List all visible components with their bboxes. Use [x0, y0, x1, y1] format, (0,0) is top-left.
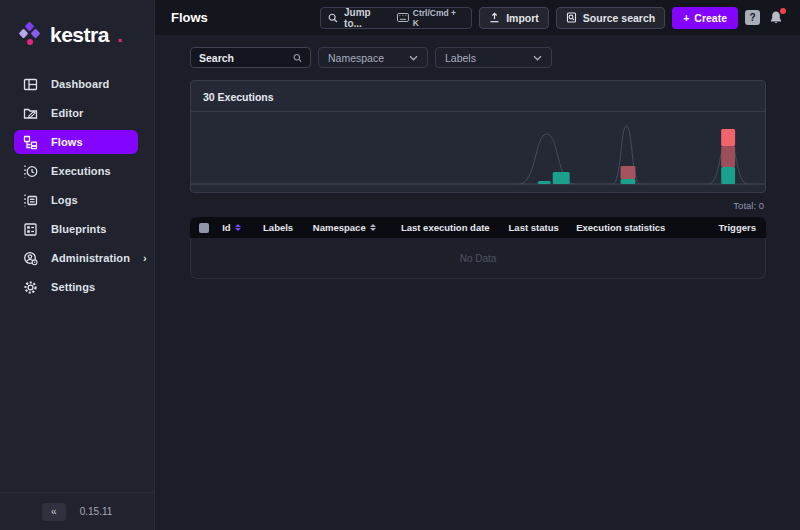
column-label: Labels [263, 222, 293, 233]
logs-icon [23, 193, 38, 208]
namespace-dropdown-label: Namespace [328, 52, 384, 64]
column-label: Id [222, 222, 230, 233]
page-title: Flows [171, 10, 208, 25]
column-header-last-status[interactable]: Last status [509, 222, 577, 233]
notification-badge [780, 8, 786, 14]
import-button[interactable]: Import [479, 7, 549, 29]
select-all-cell [199, 223, 222, 233]
executions-icon [23, 164, 38, 179]
column-label: Triggers [719, 222, 757, 233]
sort-icon[interactable] [370, 224, 376, 231]
upload-icon [489, 12, 500, 23]
search-icon [293, 53, 302, 63]
column-header-execution-statistics[interactable]: Execution statistics [576, 222, 718, 233]
column-header-last-execution-date[interactable]: Last execution date [401, 222, 509, 233]
sidebar-item-label: Blueprints [51, 223, 106, 235]
sidebar-item-label: Executions [51, 165, 111, 177]
flows-table: Id Labels Namespace Last execution date … [190, 217, 766, 279]
executions-chart-svg[interactable] [191, 112, 765, 192]
help-button[interactable]: ? [745, 10, 760, 25]
column-header-id[interactable]: Id [222, 222, 263, 233]
sidebar-item-flows[interactable]: Flows [14, 130, 138, 154]
no-data-label: No Data [460, 253, 497, 264]
column-label: Last execution date [401, 222, 490, 233]
editor-icon [23, 106, 38, 121]
column-header-triggers[interactable]: Triggers [719, 222, 757, 233]
settings-icon [23, 280, 38, 295]
column-label: Execution statistics [576, 222, 665, 233]
file-search-icon [566, 12, 577, 23]
search-icon [328, 13, 338, 23]
namespace-dropdown[interactable]: Namespace [318, 47, 428, 68]
filter-bar: Namespace Labels [190, 47, 766, 68]
kestra-logo-icon [18, 22, 42, 48]
column-header-labels[interactable]: Labels [263, 222, 313, 233]
sidebar-nav: Dashboard Editor Flows Executions Logs B… [0, 72, 154, 299]
shortcut-label: Ctrl/Cmd + K [413, 8, 464, 28]
plus-icon: + [683, 12, 689, 24]
sidebar-item-blueprints[interactable]: Blueprints [14, 217, 138, 241]
create-label: Create [694, 12, 727, 24]
notifications-button[interactable] [769, 10, 785, 26]
administration-icon [23, 251, 38, 266]
sort-icon[interactable] [235, 224, 241, 231]
source-search-label: Source search [583, 12, 655, 24]
app-window: kestra. Dashboard Editor Flows Execution… [0, 0, 800, 530]
brand-name: kestra [50, 23, 109, 47]
content: Namespace Labels 30 Executions Total: 0 [155, 35, 800, 279]
sidebar-item-dashboard[interactable]: Dashboard [14, 72, 138, 96]
create-button[interactable]: + Create [672, 7, 738, 29]
chevron-right-icon: › [143, 252, 147, 264]
sidebar-item-administration[interactable]: Administration › [14, 246, 138, 270]
total-label: Total: 0 [733, 200, 764, 211]
keyboard-shortcut: Ctrl/Cmd + K [397, 8, 464, 28]
jump-to-label: Jump to... [344, 7, 391, 29]
sidebar-item-label: Administration [51, 252, 130, 264]
import-label: Import [506, 12, 539, 24]
column-label: Last status [509, 222, 559, 233]
dashboard-icon [23, 77, 38, 92]
version-label: 0.15.11 [80, 506, 113, 517]
chevron-down-icon [409, 55, 418, 61]
total-row: Total: 0 [190, 193, 766, 217]
blueprints-icon [23, 222, 38, 237]
flows-icon [23, 135, 38, 150]
sidebar-item-logs[interactable]: Logs [14, 188, 138, 212]
sidebar-item-label: Dashboard [51, 78, 109, 90]
table-header-row: Id Labels Namespace Last execution date … [190, 217, 766, 238]
executions-panel-title: 30 Executions [203, 91, 274, 103]
sidebar-item-editor[interactable]: Editor [14, 101, 138, 125]
column-label: Namespace [313, 222, 366, 233]
jump-to-search[interactable]: Jump to... Ctrl/Cmd + K [320, 7, 472, 29]
sidebar-item-label: Settings [51, 281, 95, 293]
executions-panel-header: 30 Executions [191, 81, 765, 112]
search-input[interactable] [199, 52, 293, 64]
select-all-checkbox[interactable] [199, 223, 209, 233]
sidebar-item-executions[interactable]: Executions [14, 159, 138, 183]
brand-dot: . [117, 23, 123, 47]
sidebar-item-settings[interactable]: Settings [14, 275, 138, 299]
collapse-sidebar-button[interactable]: « [42, 503, 66, 521]
keyboard-icon [397, 13, 409, 22]
brand-logo[interactable]: kestra. [0, 0, 154, 72]
chevron-down-icon [533, 55, 542, 61]
topbar: Flows Jump to... Ctrl/Cmd + K Import Sou… [155, 0, 800, 35]
sidebar: kestra. Dashboard Editor Flows Execution… [0, 0, 155, 530]
search-filter [190, 47, 311, 68]
sidebar-item-label: Logs [51, 194, 78, 206]
table-empty-state: No Data [190, 238, 766, 279]
labels-dropdown[interactable]: Labels [435, 47, 552, 68]
executions-panel: 30 Executions [190, 80, 766, 193]
main-area: Flows Jump to... Ctrl/Cmd + K Import Sou… [155, 0, 800, 530]
sidebar-item-label: Flows [51, 136, 83, 148]
column-header-namespace[interactable]: Namespace [313, 222, 401, 233]
sidebar-item-label: Editor [51, 107, 83, 119]
labels-dropdown-label: Labels [445, 52, 476, 64]
sidebar-footer: « 0.15.11 [0, 492, 154, 530]
source-search-button[interactable]: Source search [556, 7, 665, 29]
